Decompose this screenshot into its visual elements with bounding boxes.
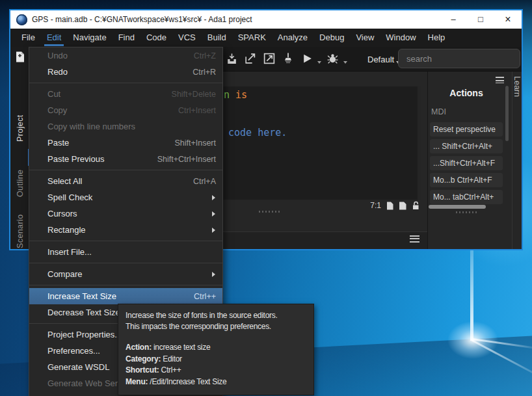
- debug-icon[interactable]: [326, 51, 340, 66]
- unlock-icon[interactable]: [412, 201, 419, 210]
- close-button[interactable]: ×: [494, 10, 522, 29]
- code-line: n is: [224, 89, 247, 101]
- run-dropdown-caret[interactable]: [317, 61, 321, 64]
- action-list-item[interactable]: Mo...b Ctrl+Alt+F: [430, 173, 503, 187]
- learn-panel-strip: Learn: [512, 72, 522, 249]
- action-list-item[interactable]: Reset perspective: [430, 122, 503, 137]
- gps-logo-icon: [16, 14, 27, 25]
- submenu-arrow-icon: [212, 211, 215, 217]
- vertical-scrollbar[interactable]: [505, 86, 509, 141]
- actions-list: Reset perspective ... Shift+Ctrl+Alt+ ..…: [430, 122, 503, 207]
- build-main-icon[interactable]: [243, 51, 258, 66]
- maximize-button[interactable]: □: [467, 10, 494, 29]
- code-identifier: n: [224, 89, 235, 101]
- clean-icon[interactable]: [281, 51, 295, 66]
- menu-window[interactable]: Window: [380, 29, 421, 47]
- sidebar-tab-outline[interactable]: Outline: [16, 170, 25, 197]
- menu-spark[interactable]: SPARK: [232, 29, 272, 47]
- menu-separator: [29, 282, 222, 288]
- menu-vcs[interactable]: VCS: [172, 29, 202, 47]
- menu-item-rectangle[interactable]: Rectangle: [29, 222, 222, 238]
- menu-build[interactable]: Build: [202, 29, 232, 47]
- cursor-position: 7:1: [370, 201, 381, 210]
- minimize-button[interactable]: –: [440, 10, 467, 29]
- sidebar-tab-project[interactable]: Project: [16, 114, 25, 142]
- sidebar-tab-scenario[interactable]: Scenario: [16, 214, 25, 248]
- menu-item-paste-previous[interactable]: Paste PreviousShift+Ctrl+Insert: [29, 151, 222, 167]
- menu-bar: File Edit Navigate Find Code VCS Build S…: [10, 29, 522, 47]
- submenu-arrow-icon: [212, 195, 215, 200]
- build-mode-value: Default: [367, 55, 394, 64]
- horizontal-scrollbar[interactable]: [429, 205, 486, 209]
- actions-panel: Actions MDI Reset perspective ... Shift+…: [427, 72, 512, 249]
- build-mode-selector[interactable]: Default: [367, 47, 400, 72]
- menu-code[interactable]: Code: [140, 29, 172, 47]
- debug-dropdown-caret[interactable]: [343, 61, 347, 64]
- menu-separator: [29, 80, 222, 86]
- window-title: GPS - main.adb - C:¥GNATworkspace¥ws1¥sr…: [32, 15, 252, 24]
- install-package-icon[interactable]: [224, 51, 239, 66]
- menu-item-copy[interactable]: CopyCtrl+Insert: [29, 102, 222, 118]
- tooltip-action-field: Action: increase text size: [126, 342, 306, 354]
- title-bar[interactable]: GPS - main.adb - C:¥GNATworkspace¥ws1¥sr…: [10, 10, 522, 29]
- tooltip-description: Increase the size of fonts in the source…: [126, 310, 306, 321]
- left-sidebar-strip: Project Outline Scenario: [10, 47, 30, 249]
- menu-help[interactable]: Help: [422, 29, 451, 47]
- menu-navigate[interactable]: Navigate: [67, 29, 112, 47]
- menu-separator: [29, 167, 222, 173]
- file-status-icon: [399, 202, 406, 210]
- menu-edit[interactable]: Edit: [41, 29, 67, 47]
- tooltip-category-field: Category: Editor: [126, 354, 306, 365]
- submenu-arrow-icon: [212, 228, 215, 233]
- compile-file-icon[interactable]: [262, 51, 276, 66]
- menu-item-cursors[interactable]: Cursors: [29, 205, 222, 222]
- action-list-item[interactable]: ... Shift+Ctrl+Alt+: [430, 139, 503, 153]
- screen: GPS - main.adb - C:¥GNATworkspace¥ws1¥sr…: [0, 0, 532, 396]
- actions-panel-title: Actions: [428, 88, 505, 98]
- menu-item-undo[interactable]: UndoCtrl+Z: [29, 47, 222, 64]
- tooltip-menu-field: Menu: /Edit/Increase Text Size: [126, 376, 306, 388]
- menu-item-copy-with-line-numbers[interactable]: Copy with line numbers: [29, 118, 222, 135]
- menu-item-spell-check[interactable]: Spell Check: [29, 189, 222, 205]
- menu-file[interactable]: File: [16, 29, 41, 47]
- menu-separator: [29, 260, 222, 266]
- menu-view[interactable]: View: [350, 29, 380, 47]
- menu-item-compare[interactable]: Compare: [29, 266, 222, 282]
- menu-item-paste[interactable]: PasteShift+Insert: [29, 135, 222, 151]
- search-input[interactable]: [398, 49, 520, 68]
- run-main-icon[interactable]: [300, 51, 314, 66]
- action-tooltip: Increase the size of fonts in the source…: [118, 304, 314, 395]
- menu-item-cut[interactable]: CutShift+Delete: [29, 86, 222, 102]
- wallpaper-glow-point: [447, 321, 498, 359]
- source-editor[interactable]: n is code here.: [222, 86, 421, 200]
- menu-separator: [29, 238, 222, 244]
- new-file-icon[interactable]: [14, 51, 26, 63]
- splitter-handle[interactable]: [456, 211, 478, 213]
- learn-tab[interactable]: Learn: [512, 76, 522, 97]
- actions-menu-icon[interactable]: [496, 77, 504, 83]
- code-comment: code here.: [228, 127, 287, 139]
- menu-find[interactable]: Find: [113, 29, 140, 47]
- menu-item-insert-file[interactable]: Insert File...: [29, 244, 222, 260]
- tooltip-shortcut-field: Shortcut: Ctrl++: [126, 365, 306, 376]
- tooltip-description: This impacts the corresponding preferenc…: [126, 321, 306, 332]
- menu-item-select-all[interactable]: Select AllCtrl+A: [29, 173, 222, 189]
- menu-analyze[interactable]: Analyze: [272, 29, 313, 47]
- panel-menu-icon[interactable]: [410, 235, 419, 243]
- action-list-item[interactable]: Mo... tabCtrl+Alt+: [430, 190, 503, 204]
- splitter-handle[interactable]: [259, 211, 281, 213]
- actions-group-label: MDI: [431, 107, 446, 116]
- menu-item-increase-text-size[interactable]: Increase Text SizeCtrl++: [29, 288, 222, 304]
- menu-item-redo[interactable]: RedoCtrl+R: [29, 64, 222, 80]
- submenu-arrow-icon: [212, 272, 215, 277]
- file-status-icon: [386, 202, 393, 210]
- code-keyword: is: [235, 89, 247, 101]
- action-list-item[interactable]: ...Shift+Ctrl+Alt+F: [430, 156, 503, 170]
- menu-debug[interactable]: Debug: [313, 29, 350, 47]
